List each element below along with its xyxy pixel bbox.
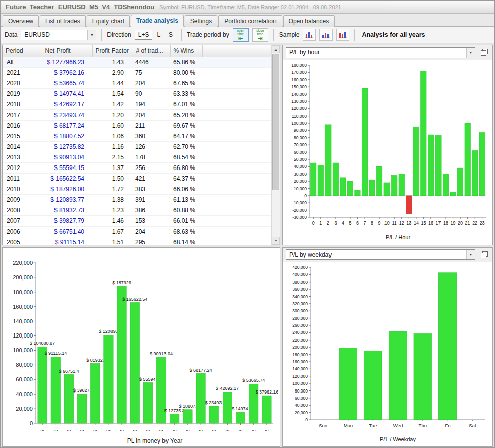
svg-text:-20,000: -20,000 — [292, 208, 307, 213]
table-row[interactable]: 2015$ 18807.521.0636064.17 % — [3, 131, 271, 141]
table-cell: 1.46 — [92, 215, 133, 226]
tab-overview[interactable]: Overview — [3, 15, 39, 27]
table-row[interactable]: 2020$ 53665.741.4420467.65 % — [3, 78, 271, 88]
svg-text:P/L / Weekday: P/L / Weekday — [380, 436, 416, 442]
svg-text:140,000: 140,000 — [291, 92, 307, 97]
column-header[interactable]: # of trad... — [133, 45, 170, 57]
weekday-chart-type-select[interactable]: P/L by weekday ▼ — [286, 249, 475, 260]
table-row[interactable]: 2011$ 165622.541.5042164.37 % — [3, 173, 271, 184]
data-symbol-select[interactable]: EURUSD ▼ — [21, 30, 96, 40]
table-cell-filler — [202, 237, 271, 245]
svg-text:60,000: 60,000 — [16, 376, 33, 382]
table-row[interactable]: 2007$ 39827.791.4615366.01 % — [3, 215, 271, 226]
svg-text:0: 0 — [304, 193, 307, 198]
tab-settings[interactable]: Settings — [185, 15, 217, 27]
scroll-up-icon[interactable]: ▲ — [272, 45, 280, 53]
tab-equity-chart[interactable]: Equity chart — [87, 15, 130, 27]
svg-text:180,000: 180,000 — [291, 63, 307, 68]
svg-text:$ 68177.24: $ 68177.24 — [190, 367, 212, 372]
sample-label: Sample — [279, 31, 300, 38]
table-row[interactable]: 2010$ 187926.001.7238366.06 % — [3, 184, 271, 194]
close-time-button[interactable]: close time ⇥ — [252, 28, 268, 42]
direction-short-button[interactable]: S — [165, 30, 176, 40]
toolbar-separator — [101, 29, 102, 41]
scroll-down-icon[interactable]: ▼ — [272, 237, 280, 245]
tab-portfolio-correlation[interactable]: Portfolio correlation — [218, 15, 282, 27]
column-header[interactable]: Net Profit — [42, 45, 92, 57]
table-cell: $ 91115.14 — [42, 237, 92, 245]
table-row[interactable]: All$ 1277966.231.43444665.86 % — [3, 57, 271, 67]
open-time-button[interactable]: open time ⇤ — [233, 28, 249, 42]
table-cell: 66.01 % — [170, 215, 202, 226]
svg-text:20,000: 20,000 — [294, 179, 307, 184]
sample-chart-button-1[interactable] — [303, 29, 316, 41]
direction-long-button[interactable]: L — [153, 30, 164, 40]
svg-text:180,000: 180,000 — [292, 352, 308, 357]
mini-histogram-icon — [339, 31, 347, 38]
svg-text:-30,000: -30,000 — [292, 215, 307, 220]
svg-text:320,000: 320,000 — [292, 301, 308, 306]
table-cell-filler — [202, 120, 271, 131]
column-header[interactable]: % Wins — [170, 45, 202, 57]
table-row[interactable]: 2014$ 12735.821.1612662.70 % — [3, 141, 271, 152]
svg-text:Sun: Sun — [319, 422, 327, 428]
svg-text:120,000: 120,000 — [292, 373, 308, 378]
copy-window-icon — [481, 251, 488, 258]
window-subtitle: Symbol: EURUSD, Timeframe: M5, Date Rang… — [159, 4, 341, 10]
svg-text:30,000: 30,000 — [294, 172, 307, 177]
table-cell-filler — [202, 215, 271, 226]
hour-chart-type-select[interactable]: P/L by hour ▼ — [286, 47, 475, 58]
weekday-chart: 020,00040,00060,00080,000100,000120,0001… — [283, 262, 492, 446]
table-cell: 2.15 — [92, 152, 133, 162]
table-cell: $ 1277966.23 — [42, 57, 92, 67]
table-cell-filler — [202, 194, 271, 205]
tab-trade-analysis[interactable]: Trade analysis — [131, 15, 184, 27]
table-cell: 211 — [133, 120, 170, 131]
svg-text:380,000: 380,000 — [292, 279, 308, 284]
table-row[interactable]: 2012$ 55594.151.3725666.80 % — [3, 162, 271, 173]
svg-text:...: ... — [80, 426, 84, 432]
direction-label: Direction — [107, 31, 131, 38]
table-scrollbar[interactable]: ▲ ▼ — [271, 45, 280, 245]
popout-chart-button[interactable] — [479, 47, 489, 58]
svg-text:420,000: 420,000 — [292, 265, 308, 270]
svg-text:160,000: 160,000 — [13, 303, 33, 309]
popout-chart-button[interactable] — [479, 250, 489, 260]
svg-text:$ 66751.4: $ 66751.4 — [59, 368, 79, 373]
table-cell: 66.80 % — [170, 162, 202, 173]
sample-chart-button-3[interactable] — [336, 29, 349, 41]
table-row[interactable]: 2019$ 14974.411.549063.33 % — [3, 88, 271, 99]
copy-window-icon — [481, 49, 488, 56]
table-row[interactable]: 2013$ 90913.042.1517868.54 % — [3, 152, 271, 162]
svg-text:$ 187926: $ 187926 — [112, 280, 131, 285]
trade-period-label: Trade period by — [187, 31, 229, 38]
table-cell: 65.86 % — [170, 57, 202, 67]
direction-long-short-button[interactable]: L+S — [135, 30, 153, 40]
table-row[interactable]: 2005$ 91115.141.5129568.14 % — [3, 237, 271, 245]
svg-text:16: 16 — [428, 220, 433, 226]
scrollbar-thumb[interactable] — [272, 54, 279, 190]
table-cell: $ 66751.40 — [42, 226, 92, 237]
svg-text:360,000: 360,000 — [292, 287, 308, 292]
table-cell: 1.37 — [92, 162, 133, 173]
table-row[interactable]: 2021$ 37962.162.907580.00 % — [3, 67, 271, 78]
svg-text:Sat: Sat — [469, 422, 476, 428]
table-row[interactable]: 2018$ 42692.171.4219467.01 % — [3, 99, 271, 109]
table-row[interactable]: 2006$ 66751.401.6720468.63 % — [3, 226, 271, 237]
tab-open-balances[interactable]: Open balances — [283, 15, 335, 27]
svg-text:150,000: 150,000 — [291, 84, 307, 89]
table-cell: 386 — [133, 205, 170, 215]
table-cell: $ 12735.82 — [42, 141, 92, 152]
table-row[interactable]: 2017$ 23493.741.2020465.20 % — [3, 109, 271, 120]
table-row[interactable]: 2008$ 81932.731.2338660.88 % — [3, 205, 271, 215]
table-cell: 256 — [133, 162, 170, 173]
column-header[interactable]: Profit Factor — [92, 45, 133, 57]
table-row[interactable]: 2009$ 120893.771.3839161.13 % — [3, 194, 271, 205]
table-cell: 2021 — [3, 67, 42, 78]
svg-text:100,000: 100,000 — [13, 347, 33, 353]
table-row[interactable]: 2016$ 68177.241.6021169.67 % — [3, 120, 271, 131]
sample-chart-button-2[interactable] — [319, 29, 333, 41]
column-header[interactable]: Period — [3, 45, 42, 57]
table-cell-filler — [202, 141, 271, 152]
tab-list-of-trades[interactable]: List of trades — [40, 15, 86, 27]
